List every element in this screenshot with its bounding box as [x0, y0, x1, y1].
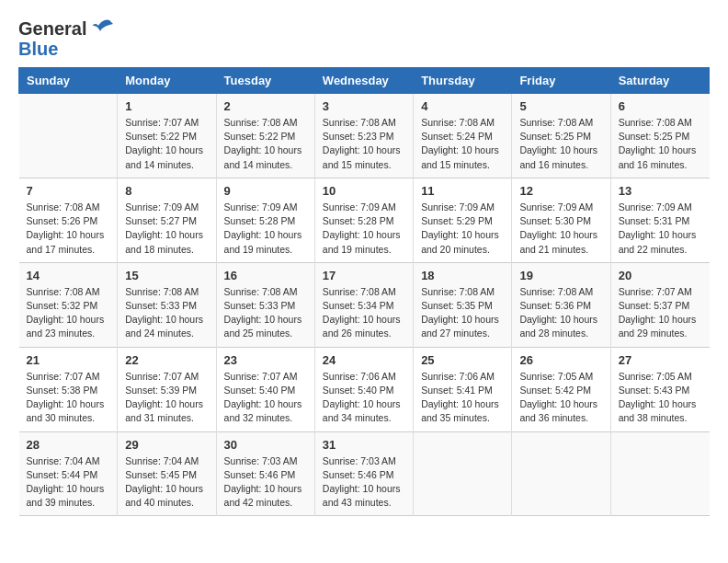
- day-number: 15: [125, 269, 208, 282]
- day-number: 18: [421, 269, 504, 282]
- day-cell: 13Sunrise: 7:09 AM Sunset: 5:31 PM Dayli…: [610, 178, 709, 262]
- day-cell: [414, 431, 512, 516]
- day-cell: 5Sunrise: 7:08 AM Sunset: 5:25 PM Daylig…: [512, 94, 610, 178]
- day-cell: 7Sunrise: 7:08 AM Sunset: 5:26 PM Daylig…: [19, 178, 118, 262]
- day-info: Sunrise: 7:08 AM Sunset: 5:26 PM Dayligh…: [27, 201, 110, 257]
- day-info: Sunrise: 7:07 AM Sunset: 5:39 PM Dayligh…: [125, 370, 208, 426]
- day-number: 7: [27, 184, 110, 198]
- day-number: 2: [224, 99, 307, 113]
- day-number: 28: [27, 438, 110, 452]
- day-number: 31: [323, 438, 405, 452]
- day-number: 12: [519, 184, 602, 198]
- day-info: Sunrise: 7:08 AM Sunset: 5:32 PM Dayligh…: [27, 285, 110, 341]
- day-cell: [610, 431, 709, 516]
- day-info: Sunrise: 7:09 AM Sunset: 5:31 PM Dayligh…: [619, 201, 702, 257]
- day-info: Sunrise: 7:04 AM Sunset: 5:45 PM Dayligh…: [125, 454, 208, 511]
- col-header-tuesday: Tuesday: [216, 68, 314, 94]
- day-number: 26: [519, 353, 602, 367]
- day-cell: 4Sunrise: 7:08 AM Sunset: 5:24 PM Daylig…: [414, 94, 512, 178]
- day-cell: 27Sunrise: 7:05 AM Sunset: 5:43 PM Dayli…: [610, 347, 709, 431]
- day-info: Sunrise: 7:09 AM Sunset: 5:27 PM Dayligh…: [125, 201, 208, 257]
- day-cell: 12Sunrise: 7:09 AM Sunset: 5:30 PM Dayli…: [512, 178, 610, 262]
- day-cell: 1Sunrise: 7:07 AM Sunset: 5:22 PM Daylig…: [118, 94, 216, 178]
- day-cell: 26Sunrise: 7:05 AM Sunset: 5:42 PM Dayli…: [512, 347, 610, 431]
- day-cell: 11Sunrise: 7:09 AM Sunset: 5:29 PM Dayli…: [414, 178, 512, 262]
- day-cell: 3Sunrise: 7:08 AM Sunset: 5:23 PM Daylig…: [314, 94, 413, 178]
- day-cell: 8Sunrise: 7:09 AM Sunset: 5:27 PM Daylig…: [118, 178, 216, 262]
- week-row-3: 14Sunrise: 7:08 AM Sunset: 5:32 PM Dayli…: [19, 262, 710, 347]
- day-info: Sunrise: 7:07 AM Sunset: 5:22 PM Dayligh…: [125, 116, 208, 172]
- day-number: 3: [323, 99, 405, 113]
- week-row-4: 21Sunrise: 7:07 AM Sunset: 5:38 PM Dayli…: [19, 347, 710, 431]
- day-info: Sunrise: 7:08 AM Sunset: 5:34 PM Dayligh…: [323, 285, 405, 341]
- day-info: Sunrise: 7:07 AM Sunset: 5:37 PM Dayligh…: [619, 285, 702, 341]
- day-number: 29: [125, 438, 208, 452]
- day-number: 16: [224, 269, 307, 282]
- day-info: Sunrise: 7:08 AM Sunset: 5:25 PM Dayligh…: [619, 116, 702, 172]
- day-number: 14: [27, 269, 110, 282]
- day-info: Sunrise: 7:08 AM Sunset: 5:22 PM Dayligh…: [224, 116, 307, 172]
- day-cell: 30Sunrise: 7:03 AM Sunset: 5:46 PM Dayli…: [216, 431, 314, 516]
- day-info: Sunrise: 7:09 AM Sunset: 5:30 PM Dayligh…: [519, 201, 602, 257]
- day-cell: 24Sunrise: 7:06 AM Sunset: 5:40 PM Dayli…: [314, 347, 413, 431]
- page-header: General Blue: [18, 18, 710, 58]
- day-info: Sunrise: 7:07 AM Sunset: 5:38 PM Dayligh…: [27, 370, 110, 426]
- day-number: 11: [421, 184, 504, 198]
- col-header-friday: Friday: [512, 68, 610, 94]
- col-header-wednesday: Wednesday: [314, 68, 413, 94]
- day-number: 25: [421, 353, 504, 367]
- col-header-thursday: Thursday: [414, 68, 512, 94]
- day-number: 10: [323, 184, 405, 198]
- day-cell: 23Sunrise: 7:07 AM Sunset: 5:40 PM Dayli…: [216, 347, 314, 431]
- day-cell: 28Sunrise: 7:04 AM Sunset: 5:44 PM Dayli…: [19, 431, 118, 516]
- day-cell: 15Sunrise: 7:08 AM Sunset: 5:33 PM Dayli…: [118, 262, 216, 347]
- day-number: 17: [323, 269, 405, 282]
- day-info: Sunrise: 7:09 AM Sunset: 5:28 PM Dayligh…: [224, 201, 307, 257]
- day-cell: 31Sunrise: 7:03 AM Sunset: 5:46 PM Dayli…: [314, 431, 413, 516]
- day-info: Sunrise: 7:08 AM Sunset: 5:23 PM Dayligh…: [323, 116, 405, 172]
- logo: General Blue: [18, 18, 113, 58]
- logo-general: General: [18, 18, 113, 40]
- day-cell: 22Sunrise: 7:07 AM Sunset: 5:39 PM Dayli…: [118, 347, 216, 431]
- col-header-sunday: Sunday: [19, 68, 118, 94]
- day-info: Sunrise: 7:08 AM Sunset: 5:33 PM Dayligh…: [224, 285, 307, 341]
- day-info: Sunrise: 7:06 AM Sunset: 5:41 PM Dayligh…: [421, 370, 504, 426]
- day-cell: 2Sunrise: 7:08 AM Sunset: 5:22 PM Daylig…: [216, 94, 314, 178]
- day-number: 27: [619, 353, 702, 367]
- day-info: Sunrise: 7:06 AM Sunset: 5:40 PM Dayligh…: [323, 370, 405, 426]
- day-cell: 19Sunrise: 7:08 AM Sunset: 5:36 PM Dayli…: [512, 262, 610, 347]
- logo-blue: Blue: [18, 40, 113, 58]
- day-number: 13: [619, 184, 702, 198]
- day-number: 24: [323, 353, 405, 367]
- week-row-2: 7Sunrise: 7:08 AM Sunset: 5:26 PM Daylig…: [19, 178, 710, 262]
- day-number: 5: [519, 99, 602, 113]
- day-cell: 10Sunrise: 7:09 AM Sunset: 5:28 PM Dayli…: [314, 178, 413, 262]
- day-info: Sunrise: 7:08 AM Sunset: 5:36 PM Dayligh…: [519, 285, 602, 341]
- col-header-saturday: Saturday: [610, 68, 709, 94]
- day-number: 4: [421, 99, 504, 113]
- day-cell: 20Sunrise: 7:07 AM Sunset: 5:37 PM Dayli…: [610, 262, 709, 347]
- day-info: Sunrise: 7:08 AM Sunset: 5:25 PM Dayligh…: [519, 116, 602, 172]
- day-info: Sunrise: 7:05 AM Sunset: 5:43 PM Dayligh…: [619, 370, 702, 426]
- week-row-5: 28Sunrise: 7:04 AM Sunset: 5:44 PM Dayli…: [19, 431, 710, 516]
- day-cell: 17Sunrise: 7:08 AM Sunset: 5:34 PM Dayli…: [314, 262, 413, 347]
- day-info: Sunrise: 7:09 AM Sunset: 5:29 PM Dayligh…: [421, 201, 504, 257]
- day-cell: 14Sunrise: 7:08 AM Sunset: 5:32 PM Dayli…: [19, 262, 118, 347]
- day-cell: 25Sunrise: 7:06 AM Sunset: 5:41 PM Dayli…: [414, 347, 512, 431]
- day-info: Sunrise: 7:08 AM Sunset: 5:35 PM Dayligh…: [421, 285, 504, 341]
- day-cell: 6Sunrise: 7:08 AM Sunset: 5:25 PM Daylig…: [610, 94, 709, 178]
- day-cell: 9Sunrise: 7:09 AM Sunset: 5:28 PM Daylig…: [216, 178, 314, 262]
- day-number: 30: [224, 438, 307, 452]
- day-number: 6: [619, 99, 702, 113]
- day-number: 23: [224, 353, 307, 367]
- day-info: Sunrise: 7:09 AM Sunset: 5:28 PM Dayligh…: [323, 201, 405, 257]
- day-cell: [512, 431, 610, 516]
- day-info: Sunrise: 7:07 AM Sunset: 5:40 PM Dayligh…: [224, 370, 307, 426]
- day-cell: [19, 94, 118, 178]
- day-info: Sunrise: 7:08 AM Sunset: 5:24 PM Dayligh…: [421, 116, 504, 172]
- day-number: 19: [519, 269, 602, 282]
- day-number: 20: [619, 269, 702, 282]
- day-cell: 29Sunrise: 7:04 AM Sunset: 5:45 PM Dayli…: [118, 431, 216, 516]
- day-number: 8: [125, 184, 208, 198]
- day-info: Sunrise: 7:04 AM Sunset: 5:44 PM Dayligh…: [27, 454, 110, 511]
